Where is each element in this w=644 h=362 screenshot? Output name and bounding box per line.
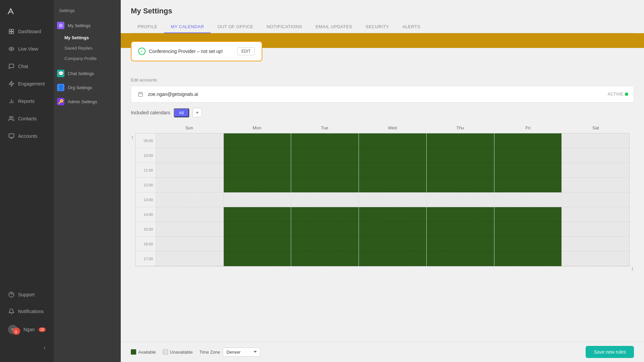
logo[interactable] bbox=[0, 0, 54, 23]
sidebar-item-label: Engagement bbox=[18, 81, 45, 86]
time-slot-thu-8[interactable] bbox=[427, 251, 494, 266]
time-slot-mon-5[interactable] bbox=[224, 207, 291, 222]
time-slot-wed-2[interactable] bbox=[359, 163, 426, 178]
time-slot-sat-5[interactable] bbox=[562, 207, 629, 222]
time-slot-thu-2[interactable] bbox=[427, 163, 494, 178]
time-slot-sat-1[interactable] bbox=[562, 148, 629, 163]
settings-nav-chat-settings[interactable]: 💬 Chat Settings bbox=[54, 66, 121, 80]
time-slot-sat-7[interactable] bbox=[562, 237, 629, 251]
user-profile[interactable]: N g. Ngan 18 bbox=[3, 320, 51, 339]
time-slot-thu-1[interactable] bbox=[427, 148, 494, 163]
time-slot-sun-8[interactable] bbox=[156, 251, 223, 266]
tab-email-updates[interactable]: EMAIL UPDATES bbox=[309, 21, 359, 33]
time-slot-fri-0[interactable] bbox=[494, 133, 562, 148]
collapse-nav[interactable]: ‹ bbox=[3, 340, 51, 356]
time-slot-fri-7[interactable] bbox=[494, 237, 562, 251]
time-slot-tue-1[interactable] bbox=[291, 148, 359, 163]
time-slot-fri-2[interactable] bbox=[494, 163, 562, 178]
settings-nav-my-settings[interactable]: ⚙ My Settings bbox=[54, 18, 121, 33]
time-slot-sun-6[interactable] bbox=[156, 222, 223, 237]
time-slot-tue-5[interactable] bbox=[291, 207, 359, 222]
time-slot-fri-5[interactable] bbox=[494, 207, 562, 222]
time-slot-mon-8[interactable] bbox=[224, 251, 291, 266]
footer-bar: Available Unavailable Time Zone Denver N… bbox=[121, 342, 644, 362]
time-slot-tue-3[interactable] bbox=[291, 178, 359, 192]
time-slot-thu-0[interactable] bbox=[427, 133, 494, 148]
time-slot-tue-4[interactable] bbox=[291, 192, 359, 207]
time-slot-tue-8[interactable] bbox=[291, 251, 359, 266]
tab-alerts[interactable]: ALERTS bbox=[396, 21, 427, 33]
time-slot-mon-6[interactable] bbox=[224, 222, 291, 237]
bell-icon bbox=[8, 308, 15, 315]
time-slot-sun-3[interactable] bbox=[156, 178, 223, 192]
time-slot-sat-3[interactable] bbox=[562, 178, 629, 192]
time-slot-wed-4[interactable] bbox=[359, 192, 426, 207]
time-slot-tue-6[interactable] bbox=[291, 222, 359, 237]
tab-out-of-office[interactable]: OUT OF OFFICE bbox=[211, 21, 260, 33]
time-slot-sun-5[interactable] bbox=[156, 207, 223, 222]
time-slot-thu-4[interactable] bbox=[427, 192, 494, 207]
settings-nav-saved-replies[interactable]: Saved Replies bbox=[54, 43, 121, 53]
settings-nav-admin-settings[interactable]: 🔑 Admin Settings bbox=[54, 95, 121, 109]
time-slot-wed-7[interactable] bbox=[359, 237, 426, 251]
settings-nav-my-settings-sub[interactable]: My Settings bbox=[54, 33, 121, 43]
time-slot-sat-0[interactable] bbox=[562, 133, 629, 148]
sidebar-item-engagement[interactable]: Engagement bbox=[3, 76, 51, 92]
edit-conferencing-button[interactable]: EDIT bbox=[237, 47, 255, 55]
time-slot-thu-5[interactable] bbox=[427, 207, 494, 222]
time-slot-fri-1[interactable] bbox=[494, 148, 562, 163]
save-new-rules-button[interactable]: Save new rules bbox=[586, 346, 634, 358]
sidebar-item-accounts[interactable]: Accounts bbox=[3, 128, 51, 144]
all-calendars-button[interactable]: All bbox=[174, 108, 189, 117]
tab-notifications[interactable]: NOTIFICATIONS bbox=[260, 21, 309, 33]
time-slot-sun-4[interactable] bbox=[156, 192, 223, 207]
time-slot-tue-7[interactable] bbox=[291, 237, 359, 251]
time-slot-sun-1[interactable] bbox=[156, 148, 223, 163]
time-slot-sun-0[interactable] bbox=[156, 133, 223, 148]
time-slot-wed-8[interactable] bbox=[359, 251, 426, 266]
settings-nav-company-profile[interactable]: Company Profile bbox=[54, 53, 121, 64]
sidebar-item-reports[interactable]: Reports bbox=[3, 93, 51, 109]
time-slot-wed-6[interactable] bbox=[359, 222, 426, 237]
add-calendar-button[interactable]: + bbox=[193, 108, 202, 117]
time-slot-fri-6[interactable] bbox=[494, 222, 562, 237]
sidebar-item-notifications[interactable]: Notifications bbox=[3, 303, 51, 319]
time-slot-tue-0[interactable] bbox=[291, 133, 359, 148]
time-slot-sat-4[interactable] bbox=[562, 192, 629, 207]
time-slot-thu-3[interactable] bbox=[427, 178, 494, 192]
tab-profile[interactable]: PROFILE bbox=[131, 21, 164, 33]
time-slot-mon-7[interactable] bbox=[224, 237, 291, 251]
timezone-select[interactable]: Denver New York Los Angeles Chicago Lond… bbox=[223, 348, 260, 357]
sidebar-item-support[interactable]: Support bbox=[3, 287, 51, 303]
time-slot-sat-8[interactable] bbox=[562, 251, 629, 266]
time-slot-sat-2[interactable] bbox=[562, 163, 629, 178]
time-slot-fri-8[interactable] bbox=[494, 251, 562, 266]
time-slot-fri-4[interactable] bbox=[494, 192, 562, 207]
time-slot-sun-7[interactable] bbox=[156, 237, 223, 251]
time-slot-mon-4[interactable] bbox=[224, 192, 291, 207]
time-slot-mon-0[interactable] bbox=[224, 133, 291, 148]
tab-my-calendar[interactable]: MY CALENDAR bbox=[164, 21, 211, 33]
up-arrow-area: ↑ bbox=[131, 124, 135, 141]
sidebar-item-dashboard[interactable]: Dashboard bbox=[3, 23, 51, 40]
time-slot-thu-6[interactable] bbox=[427, 222, 494, 237]
sidebar-item-chat[interactable]: Chat bbox=[3, 58, 51, 74]
time-slot-fri-3[interactable] bbox=[494, 178, 562, 192]
sidebar-item-contacts[interactable]: Contacts bbox=[3, 111, 51, 127]
time-slot-wed-1[interactable] bbox=[359, 148, 426, 163]
time-slot-wed-0[interactable] bbox=[359, 133, 426, 148]
time-slot-wed-5[interactable] bbox=[359, 207, 426, 222]
time-slot-wed-3[interactable] bbox=[359, 178, 426, 192]
tab-security[interactable]: SECURITY bbox=[359, 21, 396, 33]
time-slot-tue-2[interactable] bbox=[291, 163, 359, 178]
sidebar-item-live-view[interactable]: Live View bbox=[3, 41, 51, 57]
time-slot-thu-7[interactable] bbox=[427, 237, 494, 251]
time-slot-sat-6[interactable] bbox=[562, 222, 629, 237]
time-slot-sun-2[interactable] bbox=[156, 163, 223, 178]
time-slot-mon-2[interactable] bbox=[224, 163, 291, 178]
time-slot-mon-1[interactable] bbox=[224, 148, 291, 163]
time-slot-mon-3[interactable] bbox=[224, 178, 291, 192]
sidebar-item-label: Live View bbox=[18, 46, 38, 52]
settings-nav-org-settings[interactable]: 👤 Org Settings bbox=[54, 80, 121, 95]
live-view-icon bbox=[8, 46, 15, 52]
